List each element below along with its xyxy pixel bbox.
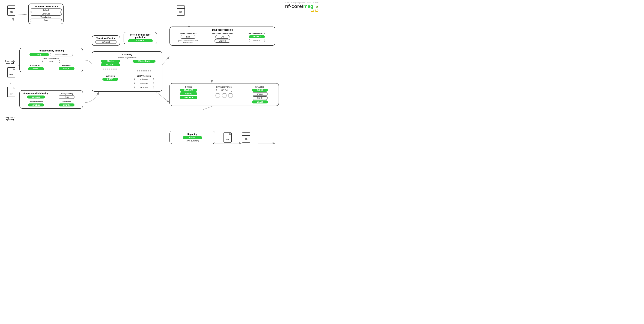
maxbin2-pill: MaxBin2	[180, 92, 197, 95]
porechop-pill: porechop	[27, 95, 45, 98]
adapterremoval-pill: AdapterRemoval	[50, 53, 73, 56]
genome-annotation-col: Genome annotation PROKKA MetaEuk	[240, 32, 273, 44]
svg-text:fastq: fastq	[9, 74, 13, 75]
concoct-pill: CONCOCT	[180, 96, 197, 99]
megahit-pill: MEGAHIT	[100, 63, 120, 66]
logo-text: nf-core/mag 🌿	[284, 4, 318, 9]
binning-title: Binning	[185, 86, 192, 88]
binning-refinement-title: Binning refinement	[216, 86, 232, 88]
or-label: or	[10, 82, 12, 84]
das-tool-pill: DAS Tool	[216, 89, 232, 92]
adna-label: aDNA Validation	[137, 75, 151, 77]
bowtie2-phix-pill: Bowtie2	[28, 67, 44, 70]
assembly-box: Assembly (sample- or group-wise) SPAdes …	[92, 51, 162, 92]
taxonomic-classification-col: Taxonomic classification CAT GTDB-Tk	[206, 32, 239, 44]
adapter-quality-long-box: Adapter/quality trimming porechop Qualit…	[20, 90, 83, 109]
logo-version: v2.4.0	[284, 9, 318, 12]
checkm-pill: CheckM	[252, 92, 268, 96]
assembly-subtitle: (sample- or group-wise)	[94, 57, 160, 59]
visualization-label: Visualization	[30, 16, 62, 18]
mag-summary-label: (MAG summary)	[172, 140, 213, 142]
assembly-title: Assembly	[94, 53, 160, 56]
genome-annotation-label: Genome annotation	[248, 33, 265, 35]
bin-postprocessing-box: Bin post-processing Domain classificatio…	[170, 27, 276, 46]
prodigal-pill: PRODIGAL	[128, 39, 153, 42]
remove-phix-label: Remove PhiX	[30, 65, 42, 67]
short-reads-label: Short reads(required)	[2, 60, 18, 64]
csv-icon: csv	[7, 87, 17, 99]
gunc-pill: GUNC	[252, 96, 268, 100]
metabat2-pill: MetaBAT2	[180, 89, 197, 92]
svg-text:DB: DB	[179, 11, 182, 13]
logo-icon: 🌿	[316, 6, 318, 9]
fastp-pill: fastp	[30, 53, 49, 56]
spinner-group	[215, 93, 233, 98]
remove-lambda-label: Remove Lambda	[29, 101, 43, 103]
db-icon-1: DB	[7, 5, 17, 18]
reporting-title: Reporting	[172, 133, 213, 135]
svg-text:DB: DB	[245, 138, 248, 140]
tiara-pill: Tiara	[180, 35, 196, 39]
pydamage-pill: pyDamage	[134, 78, 154, 81]
spinner-1	[215, 93, 220, 98]
bcftools-pill: BCFTools	[134, 86, 154, 89]
domain-classification-col: Domain classification Tiara (Abundance e…	[172, 32, 204, 44]
multiqc-pill: MultiQC	[183, 136, 202, 139]
adapter-quality-short-title: Adapter/quality trimming	[21, 50, 81, 52]
protein-coding-box: Protein-coding gene prediction PRODIGAL	[124, 32, 157, 44]
adapter-quality-short-box: Adapter/quality trimming fastp AdapterRe…	[20, 48, 83, 72]
virus-identification-box: Virus identification geNomad	[92, 35, 120, 46]
svg-rect-22	[177, 6, 185, 15]
taxo-classification-label: Taxonomic classification	[212, 33, 233, 35]
quast-assembly-pill: QUAST	[102, 78, 118, 81]
prokka-pill: PROKKA	[249, 35, 265, 38]
svg-text:csv: csv	[10, 93, 12, 95]
reporting-box: Reporting MultiQC (MAG summary)	[170, 131, 215, 144]
gtdbtk-pill: GTDB-Tk	[214, 39, 230, 43]
svg-text:tsv: tsv	[226, 139, 228, 140]
db-icon-2: DB	[176, 5, 186, 18]
nanoplot-pill: NanoPlot	[58, 103, 74, 106]
db-icon-3: DB	[242, 132, 252, 144]
bin-postprocessing-title: Bin post-processing	[172, 29, 273, 31]
svg-rect-13	[8, 6, 15, 15]
logo-area: CC-BY 4.0 Design originally by Zandra Fa…	[284, 2, 318, 12]
taxonomic-classification-box: Taxonomic classification Kraken2 Centrif…	[28, 4, 64, 24]
credit-text: CC-BY 4.0 Design originally by Zandra Fa…	[284, 2, 318, 4]
evaluation-long-label: Evaluation	[62, 101, 71, 103]
evaluation-title: Evaluation	[256, 86, 264, 88]
krona-pill: Krona	[30, 19, 62, 22]
tsv-icon: tsv	[223, 132, 233, 144]
busco-pill: BUSCO	[252, 89, 268, 92]
fastq-icon: fastq	[7, 67, 17, 79]
evaluation-short-label: Evaluation	[62, 65, 71, 67]
taxonomic-classification-title: Taxonomic classification	[30, 5, 62, 8]
virus-id-title: Virus identification	[94, 37, 118, 40]
domain-classification-label: Domain classification	[179, 33, 197, 35]
quality-filtering-label: Quality filtering	[60, 93, 73, 95]
abundance-label: (Abundance estimation and visualization)	[178, 40, 198, 44]
evaluation-col: Evaluation BUSCO CheckM GUNC QUAST	[243, 85, 277, 104]
spinner-2	[222, 93, 227, 98]
filtlong-pill: Filtlong	[58, 95, 74, 99]
freebayes-pill: Freebayes	[134, 82, 154, 85]
spinner-3	[228, 93, 233, 98]
spadeshybrid-pill: SPAdesHybrid	[132, 60, 156, 63]
nanolyse-pill: NanoLyse	[28, 103, 44, 106]
adapter-quality-long-title: Adapter/quality trimming	[23, 92, 48, 94]
quast-eval-pill: QUAST	[252, 100, 268, 103]
genomad-pill: geNomad	[95, 40, 116, 44]
binning-refinement-col: Binning refinement DAS Tool	[207, 85, 241, 104]
spades-pill: SPAdes	[100, 60, 120, 63]
centrifuge-pill: Centrifuge	[30, 12, 62, 16]
cat-pill: CAT	[215, 35, 230, 39]
svg-text:DB: DB	[10, 11, 13, 13]
kraken2-pill: Kraken2	[30, 9, 62, 12]
metaeuk-pill: MetaEuk	[249, 39, 265, 42]
long-reads-label: Long reads(optional)	[2, 117, 18, 121]
binning-col: Binning MetaBAT2 MaxBin2 CONCOCT	[172, 85, 206, 104]
bowtie2-host-pill: Bowtie2	[42, 60, 60, 63]
host-read-removal-label: Host read removal	[21, 58, 81, 59]
assembly-eval-label: Evaluation	[106, 75, 115, 77]
binning-area-box: Binning MetaBAT2 MaxBin2 CONCOCT Binning…	[170, 83, 279, 106]
